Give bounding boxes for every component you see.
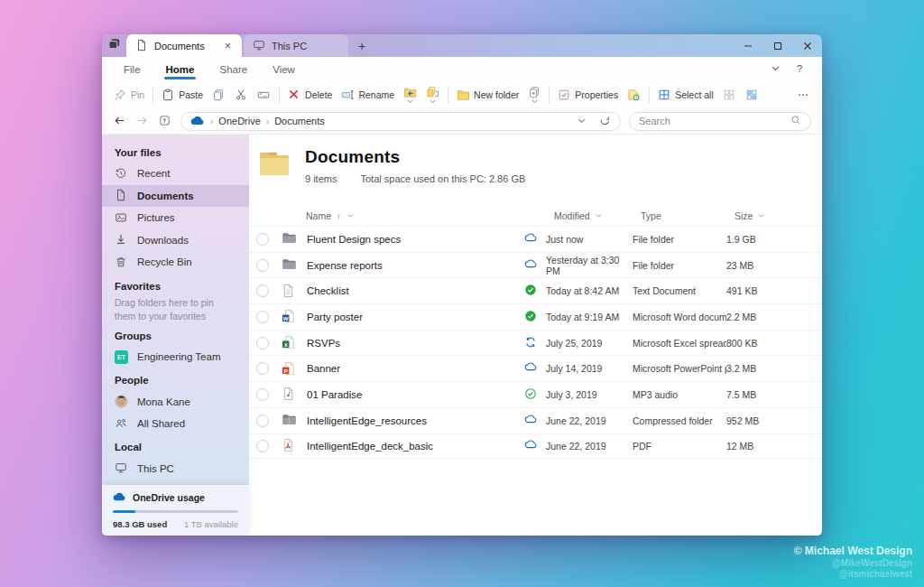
search-input[interactable]: Search <box>629 112 811 131</box>
select-none-button[interactable] <box>718 86 741 105</box>
copy-to-button[interactable] <box>421 83 444 107</box>
toolbar-divider <box>152 88 153 103</box>
row-checkbox[interactable] <box>256 337 269 349</box>
sidebar-item-engineering-team[interactable]: ETEngineering Team <box>102 346 249 368</box>
tab-documents[interactable]: Documents× <box>126 34 242 57</box>
sidebar-item-recycle-bin[interactable]: Recycle Bin <box>102 251 249 274</box>
address-dropdown-button[interactable] <box>577 116 587 127</box>
row-checkbox[interactable] <box>256 415 269 427</box>
sidebar-item-all-shared[interactable]: All Shared <box>102 413 249 435</box>
menu-bar: FileHomeShareView ? <box>102 57 822 81</box>
sidebar-item-documents[interactable]: Documents <box>102 185 249 208</box>
paste-icon <box>162 89 175 102</box>
row-checkbox[interactable] <box>256 259 269 272</box>
sidebar-header-people: People <box>102 368 249 390</box>
file-row-expense-reports[interactable]: Expense reportsYesterday at 3:30 PMFile … <box>249 252 822 278</box>
up-to-parent-button[interactable] <box>158 114 172 128</box>
page-title: Documents <box>305 147 525 167</box>
sidebar-item-label: Recycle Bin <box>137 256 192 267</box>
pin-icon <box>114 89 127 102</box>
cut-button[interactable] <box>230 86 253 105</box>
breadcrumb[interactable]: › OneDrive › Documents <box>180 112 621 131</box>
file-row-intelligentedge-resources[interactable]: IntelligentEdge_resourcesJune 22, 2019Co… <box>249 407 822 433</box>
sidebar-item-mona-kane[interactable]: Mona Kane <box>102 390 249 413</box>
menu-file[interactable]: File <box>122 61 143 79</box>
maximize-button[interactable] <box>762 34 792 57</box>
chevron-down-icon <box>346 211 355 221</box>
invert-selection-button[interactable] <box>741 86 763 105</box>
new-tab-button[interactable]: + <box>348 34 375 57</box>
file-row-rsvps[interactable]: XRSVPsJuly 25, 2019Microsoft Excel sprea… <box>249 330 822 356</box>
close-icon <box>803 38 812 54</box>
usage-title: OneDrive usage <box>133 492 205 503</box>
minimize-button[interactable] <box>733 34 762 57</box>
file-name: Fluent Design specs <box>307 234 524 245</box>
rename-button[interactable]: Rename <box>337 86 399 105</box>
file-row-01-paradise[interactable]: 01 ParadiseJuly 3, 2019MP3 audio7.5 MB <box>249 381 822 407</box>
sidebar-item-pictures[interactable]: Pictures <box>102 207 249 229</box>
zip-icon <box>282 413 297 428</box>
new-item-button[interactable] <box>523 83 545 107</box>
toolbar-button-label: Properties <box>575 89 618 100</box>
file-row-fluent-design-specs[interactable]: Fluent Design specsJust nowFile folder1.… <box>249 226 822 252</box>
row-checkbox[interactable] <box>256 440 269 452</box>
file-row-party-poster[interactable]: WParty posterToday at 9:19 AMMicrosoft W… <box>249 303 822 330</box>
menu-view[interactable]: View <box>271 61 297 79</box>
collapse-ribbon-button[interactable] <box>771 63 781 75</box>
file-row-banner[interactable]: PBannerJuly 14, 2019Microsoft PowerPoint… <box>249 355 822 381</box>
show-tabs-button[interactable] <box>102 34 126 57</box>
row-checkbox[interactable] <box>256 284 269 297</box>
menu-share[interactable]: Share <box>217 61 249 79</box>
select-all-button[interactable]: Select all <box>653 86 718 105</box>
sidebar-item-recent[interactable]: Recent <box>102 163 249 185</box>
file-type: PDF <box>633 441 726 452</box>
column-name[interactable]: Name ↑ <box>306 210 554 221</box>
cloud-icon <box>524 439 539 453</box>
tab-label: Documents <box>154 41 205 51</box>
tab-close-button[interactable]: × <box>223 40 233 52</box>
row-checkbox[interactable] <box>256 388 269 401</box>
breadcrumb-onedrive[interactable]: OneDrive <box>218 116 260 126</box>
move-to-button[interactable] <box>399 83 421 107</box>
file-row-checklist[interactable]: ChecklistToday at 8:42 AMText Document49… <box>249 277 822 303</box>
column-type[interactable]: Type <box>641 210 735 221</box>
file-name: Banner <box>307 363 524 374</box>
close-button[interactable] <box>792 34 822 57</box>
audio-icon <box>282 387 297 402</box>
delete-button[interactable]: Delete <box>283 86 337 105</box>
engineering-team-avatar: ET <box>115 350 128 364</box>
file-row-intelligentedge-deck-basic[interactable]: IntelligentEdge_deck_basicJune 22, 2019P… <box>249 433 822 460</box>
forward-button[interactable] <box>135 114 150 128</box>
cloud-icon <box>524 414 539 428</box>
copy-button[interactable] <box>208 86 230 105</box>
file-list: Fluent Design specsJust nowFile folder1.… <box>249 226 822 459</box>
row-checkbox[interactable] <box>256 311 269 323</box>
back-button[interactable] <box>113 114 127 128</box>
column-size[interactable]: Size <box>735 210 789 221</box>
column-modified[interactable]: Modified <box>554 210 641 221</box>
tab-this-pc[interactable]: This PC <box>244 34 348 57</box>
move-to-icon <box>403 86 417 104</box>
refresh-button[interactable] <box>599 115 611 128</box>
copy-path-button[interactable] <box>253 86 275 105</box>
mona-kane-avatar <box>115 395 128 408</box>
paste-button[interactable]: Paste <box>157 86 208 105</box>
pin-button[interactable]: Pin <box>109 86 149 105</box>
more-button[interactable] <box>792 86 815 105</box>
sidebar-item-this-pc[interactable]: This PC <box>102 457 249 480</box>
menu-home[interactable]: Home <box>164 61 197 79</box>
sidebar-item-label: Engineering Team <box>137 351 221 362</box>
onedrive-usage-card[interactable]: OneDrive usage 98.3 GB used 1 TB availab… <box>102 485 249 536</box>
sidebar-item-downloads[interactable]: Downloads <box>102 229 249 252</box>
row-checkbox[interactable] <box>256 233 269 246</box>
history-button[interactable] <box>623 86 645 105</box>
row-checkbox[interactable] <box>256 362 269 375</box>
breadcrumb-documents[interactable]: Documents <box>274 116 325 126</box>
new-folder-button[interactable]: New folder <box>452 86 523 105</box>
toolbar-button-label: Pin <box>131 89 144 100</box>
cut-icon <box>235 89 248 102</box>
sidebar-item-label: Recent <box>137 168 170 179</box>
help-button[interactable]: ? <box>797 63 802 75</box>
properties-button[interactable]: Properties <box>553 86 623 105</box>
main-content: Documents 9 items Total space used on th… <box>249 135 822 536</box>
